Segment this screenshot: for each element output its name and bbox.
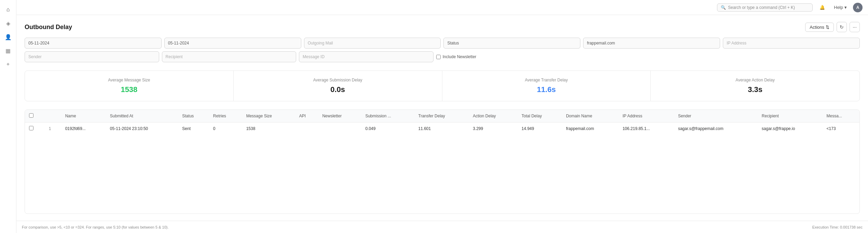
cell-api [295,122,318,135]
cell-retries: 0 [209,122,242,135]
col-message[interactable]: Messa... [823,110,859,122]
cell-action-delay: 3.299 [469,122,518,135]
stats-row: Average Message Size 1538 Average Submis… [25,70,860,101]
mail-type-input[interactable] [304,38,441,49]
stat-avg-action-delay: Average Action Delay 3.3s [651,71,859,101]
footer-execution-time: Execution Time: 0.001738 sec [812,225,863,229]
stat-value-action-delay: 3.3s [658,85,853,94]
col-domain-name[interactable]: Domain Name [562,110,619,122]
date-from-input[interactable] [25,38,162,49]
notification-bell[interactable]: 🔔 [817,3,828,11]
topbar-search-area: 🔍 Search or type a command (Ctrl + K) [22,3,813,12]
cell-newsletter [318,122,361,135]
col-name[interactable]: Name [61,110,106,122]
stat-avg-submission-delay: Average Submission Delay 0.0s [234,71,442,101]
data-table: Name Submitted At Status Retries Message… [25,110,859,135]
stat-value-submission-delay: 0.0s [240,85,435,94]
sender-input[interactable] [25,51,159,62]
cell-submission-delay: 0.049 [361,122,414,135]
actions-sort-icon: ⇅ [826,25,829,30]
more-options-button[interactable]: ··· [850,22,860,32]
sidebar-chart-icon[interactable]: ◈ [3,18,14,29]
stat-avg-message-size: Average Message Size 1538 [25,71,234,101]
footer: For comparison, use >5, <10 or =324. For… [16,221,868,233]
include-newsletter-label[interactable]: Include Newsletter [436,54,477,59]
col-row-num [45,110,61,122]
topbar: 🔍 Search or type a command (Ctrl + K) 🔔 … [16,0,868,15]
cell-sender: sagar.s@frappemail.com [674,122,758,135]
row-number: 1 [45,122,61,135]
col-transfer-delay[interactable]: Transfer Delay [414,110,469,122]
col-newsletter[interactable]: Newsletter [318,110,361,122]
chevron-down-icon: ▾ [844,5,847,10]
col-submission-delay[interactable]: Submission ... [361,110,414,122]
date-to-input[interactable] [164,38,301,49]
col-action-delay[interactable]: Action Delay [469,110,518,122]
refresh-button[interactable]: ↻ [837,22,847,32]
col-message-size[interactable]: Message Size [242,110,295,122]
stat-value-transfer-delay: 11.6s [449,85,644,94]
search-placeholder: Search or type a command (Ctrl + K) [728,5,795,10]
help-button[interactable]: Help ▾ [831,3,850,11]
cell-name: 0192fd69... [61,122,106,135]
topbar-actions: 🔔 Help ▾ A [817,3,863,12]
actions-button[interactable]: Actions ⇅ [805,23,834,32]
stat-value-message-size: 1538 [32,85,226,94]
table-header-row: Name Submitted At Status Retries Message… [25,110,859,122]
sidebar-calendar-icon[interactable]: ▦ [3,45,14,56]
filter-row-2: Include Newsletter [25,51,860,62]
select-all-checkbox[interactable] [29,113,33,118]
footer-help-text: For comparison, use >5, <10 or =324. For… [22,225,169,229]
filters: Status Include Newsletter [25,38,860,62]
col-submitted-at[interactable]: Submitted At [106,110,178,122]
main-area: 🔍 Search or type a command (Ctrl + K) 🔔 … [16,0,868,233]
cell-status: Sent [178,122,209,135]
ip-address-input[interactable] [723,38,860,49]
domain-input[interactable] [583,38,720,49]
cell-recipient: sagar.s@frappe.io [758,122,823,135]
col-status[interactable]: Status [178,110,209,122]
sidebar: ⌂ ◈ 👤 ▦ ⌖ [0,0,16,233]
col-ip-address[interactable]: IP Address [618,110,674,122]
filter-row-1: Status [25,38,860,49]
search-icon: 🔍 [721,5,726,10]
col-retries[interactable]: Retries [209,110,242,122]
recipient-input[interactable] [162,51,297,62]
table-row: 1 0192fd69... 05-11-2024 23:10:50 Sent 0… [25,122,859,135]
data-table-wrapper: Name Submitted At Status Retries Message… [25,109,860,214]
cell-submitted-at: 05-11-2024 23:10:50 [106,122,178,135]
col-api[interactable]: API [295,110,318,122]
col-recipient[interactable]: Recipient [758,110,823,122]
sidebar-users-icon[interactable]: 👤 [3,31,14,42]
col-total-delay[interactable]: Total Delay [518,110,562,122]
cell-ip-address: 106.219.85.1... [618,122,674,135]
header-actions: Actions ⇅ ↻ ··· [805,22,860,32]
message-id-input[interactable] [299,51,433,62]
col-sender[interactable]: Sender [674,110,758,122]
page-header: Outbound Delay Actions ⇅ ↻ ··· [25,22,860,32]
status-select[interactable]: Status [443,38,580,49]
col-checkbox [25,110,45,122]
cell-message-size: 1538 [242,122,295,135]
stat-avg-transfer-delay: Average Transfer Delay 11.6s [442,71,651,101]
search-box[interactable]: 🔍 Search or type a command (Ctrl + K) [717,3,813,12]
cell-transfer-delay: 11.601 [414,122,469,135]
cell-domain-name: frappemail.com [562,122,619,135]
page-content: Outbound Delay Actions ⇅ ↻ ··· Status [16,15,868,221]
cell-total-delay: 14.949 [518,122,562,135]
row-checkbox[interactable] [29,126,33,130]
avatar[interactable]: A [853,3,863,12]
include-newsletter-checkbox[interactable] [436,55,441,59]
sidebar-tag-icon[interactable]: ⌖ [3,59,14,70]
cell-message: <173 [823,122,859,135]
sidebar-home-icon[interactable]: ⌂ [3,4,14,15]
page-title: Outbound Delay [25,24,72,31]
